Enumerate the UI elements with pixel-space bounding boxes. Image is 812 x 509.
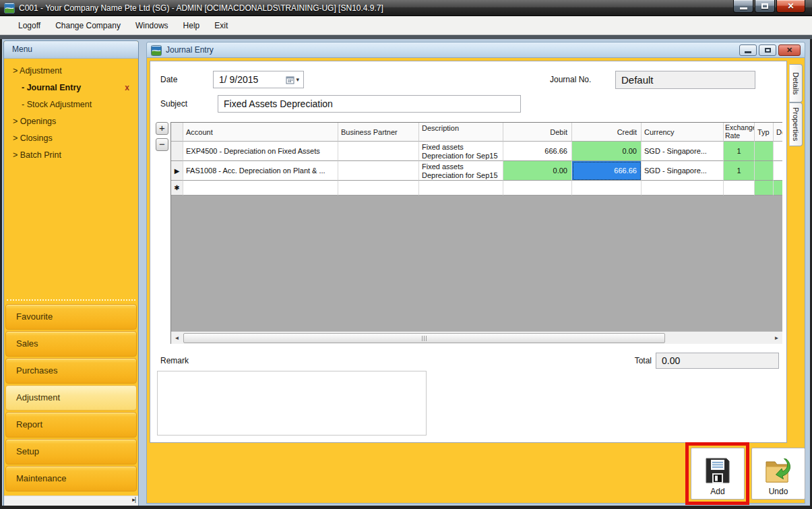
cell-account[interactable] xyxy=(183,181,338,196)
header-description[interactable]: Description xyxy=(419,123,503,142)
scroll-left-icon[interactable]: ◄ xyxy=(171,335,183,341)
cell-typ[interactable] xyxy=(755,142,774,161)
cell-description[interactable]: Fixed assets Depreciation for Sep15 xyxy=(419,161,503,181)
nav-button-purchases[interactable]: Purchases xyxy=(5,358,137,384)
cell-exchange-rate[interactable] xyxy=(724,181,755,196)
tree-item-closings[interactable]: > Closings xyxy=(4,130,138,147)
sidebar-nav: Favourite Sales Purchases Adjustment Rep… xyxy=(5,304,137,493)
nav-button-setup[interactable]: Setup xyxy=(5,439,137,465)
close-button[interactable]: ✕ xyxy=(776,0,805,13)
new-row-indicator[interactable]: ✱ xyxy=(171,181,183,196)
scroll-right-icon[interactable]: ▸| xyxy=(132,496,135,503)
header-typ[interactable]: Typ xyxy=(755,123,774,142)
tree-item-openings[interactable]: > Openings xyxy=(4,113,138,130)
sidebar-scrollbar[interactable]: ▸| xyxy=(4,496,138,506)
header-docu[interactable]: Docu xyxy=(774,123,782,142)
cell-docu[interactable] xyxy=(774,161,782,181)
cell-credit[interactable]: 0.00 xyxy=(572,142,642,161)
cell-exchange-rate[interactable]: 1 xyxy=(724,161,755,181)
minimize-button[interactable] xyxy=(733,0,753,13)
menu-help[interactable]: Help xyxy=(176,18,208,33)
journal-entry-window: Journal Entry ✕ Date 1/ 9/2015 xyxy=(146,42,805,504)
nav-button-adjustment[interactable]: Adjustment xyxy=(5,385,137,411)
sidebar-separator xyxy=(7,299,135,301)
scrollbar-thumb[interactable] xyxy=(183,333,665,343)
menu-exit[interactable]: Exit xyxy=(207,18,235,33)
remark-textarea[interactable] xyxy=(157,371,427,436)
header-business-partner[interactable]: Business Partner xyxy=(338,123,419,142)
new-row: ✱ xyxy=(171,181,782,196)
cell-debit[interactable]: 666.66 xyxy=(503,142,572,161)
cell-credit[interactable] xyxy=(572,181,642,196)
scrollbar-grip-icon xyxy=(422,336,427,341)
grid-header: Account Business Partner Description Deb… xyxy=(171,123,782,142)
cell-business-partner[interactable] xyxy=(338,161,419,181)
nav-button-sales[interactable]: Sales xyxy=(5,331,137,357)
header-credit[interactable]: Credit xyxy=(572,123,642,142)
tree-item-label: - Journal Entry xyxy=(22,83,81,92)
cell-typ[interactable] xyxy=(755,181,774,196)
date-picker-control[interactable]: ▾ xyxy=(286,76,299,84)
close-journal-entry-icon[interactable]: x xyxy=(125,80,129,96)
cell-docu[interactable] xyxy=(774,181,782,196)
journal-maximize-button[interactable] xyxy=(759,44,776,56)
cell-account[interactable]: FAS1008 - Acc. Depreciation on Plant & .… xyxy=(183,161,338,181)
delete-row-button[interactable]: − xyxy=(156,138,168,151)
sidebar-panel: Menu > Adjustment - Journal Entry x - St… xyxy=(3,40,139,506)
header-account[interactable]: Account xyxy=(183,123,338,142)
undo-folder-icon xyxy=(763,456,793,485)
table-row: EXP4500 - Depreciation on Fixed Assets F… xyxy=(171,142,782,161)
maximize-button[interactable] xyxy=(755,0,775,13)
tree-item-batch-print[interactable]: > Batch Print xyxy=(4,147,138,164)
cell-exchange-rate[interactable]: 1 xyxy=(724,142,755,161)
cell-typ[interactable] xyxy=(755,161,774,181)
cell-description[interactable]: Fixed assets Depreciation for Sep15 xyxy=(419,142,503,161)
grid-horizontal-scrollbar[interactable]: ◄ ► xyxy=(171,331,782,344)
menu-change-company[interactable]: Change Company xyxy=(48,18,128,33)
tree-item-adjustment[interactable]: > Adjustment xyxy=(4,63,138,80)
cell-currency[interactable] xyxy=(642,181,724,196)
tab-properties[interactable]: Properties xyxy=(789,102,803,146)
cell-business-partner[interactable] xyxy=(338,181,419,196)
cell-currency[interactable]: SGD - Singapore... xyxy=(642,161,724,181)
cell-business-partner[interactable] xyxy=(338,142,419,161)
nav-button-favourite[interactable]: Favourite xyxy=(5,304,137,330)
date-value: 1/ 9/2015 xyxy=(219,74,286,85)
date-field[interactable]: 1/ 9/2015 ▾ xyxy=(213,71,304,88)
subject-field[interactable]: Fixed Assets Depreciation xyxy=(218,95,521,113)
current-row-indicator[interactable]: ▶ xyxy=(171,161,183,181)
minimize-icon xyxy=(740,7,747,9)
journal-form: Date 1/ 9/2015 ▾ Journal No. Default Sub… xyxy=(150,61,787,443)
workspace: Menu > Adjustment - Journal Entry x - St… xyxy=(2,39,810,506)
tab-details[interactable]: Details xyxy=(789,64,803,102)
cell-debit[interactable]: 0.00 xyxy=(503,161,572,181)
subject-label: Subject xyxy=(160,95,187,113)
menu-logoff[interactable]: Logoff xyxy=(11,18,48,33)
undo-button[interactable]: Undo xyxy=(751,448,805,500)
journal-no-label: Journal No. xyxy=(550,71,591,88)
row-indicator[interactable] xyxy=(171,142,183,161)
header-exchange-rate[interactable]: Exchange Rate xyxy=(724,123,755,142)
cell-account[interactable]: EXP4500 - Depreciation on Fixed Assets xyxy=(183,142,338,161)
cell-currency[interactable]: SGD - Singapore... xyxy=(642,142,724,161)
menu-windows[interactable]: Windows xyxy=(128,18,176,33)
undo-button-label: Undo xyxy=(769,487,788,496)
add-row-button[interactable]: + xyxy=(156,122,168,135)
chevron-down-icon: ▾ xyxy=(296,76,299,83)
scroll-right-icon[interactable]: ► xyxy=(771,335,782,341)
header-debit[interactable]: Debit xyxy=(503,123,572,142)
header-selector xyxy=(171,123,183,142)
journal-close-button[interactable]: ✕ xyxy=(778,44,801,56)
cell-debit[interactable] xyxy=(503,181,572,196)
header-currency[interactable]: Currency xyxy=(642,123,724,142)
journal-body: Date 1/ 9/2015 ▾ Journal No. Default Sub… xyxy=(146,58,805,504)
tree-item-journal-entry[interactable]: - Journal Entry x xyxy=(4,80,138,96)
maximize-icon xyxy=(761,3,768,9)
cell-docu[interactable] xyxy=(774,142,782,161)
nav-button-report[interactable]: Report xyxy=(5,412,137,438)
nav-button-maintenance[interactable]: Maintenance xyxy=(5,466,137,491)
cell-credit-selected[interactable]: 666.66 xyxy=(572,161,642,181)
tree-item-stock-adjustment[interactable]: - Stock Adjustment xyxy=(4,96,138,113)
journal-minimize-button[interactable] xyxy=(739,44,757,56)
cell-description[interactable] xyxy=(419,181,503,196)
